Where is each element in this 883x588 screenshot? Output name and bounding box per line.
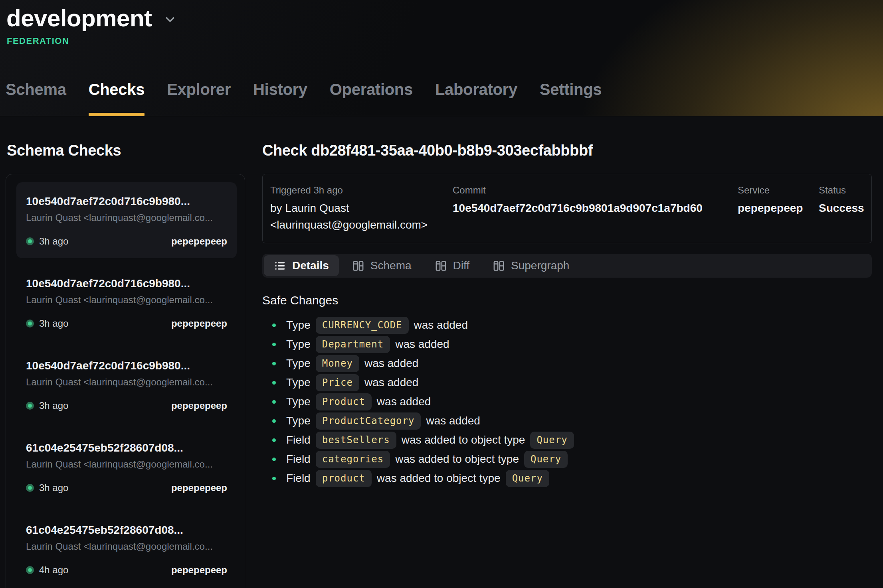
check-author: Laurin Quast <laurinquast@googlemail.co.… xyxy=(26,376,227,388)
columns-icon xyxy=(493,260,505,272)
success-dot-icon xyxy=(26,566,34,574)
detail-tab-label: Diff xyxy=(453,259,470,272)
schema-check-list-item[interactable]: 61c04e25475eb52f28607d08...Laurin Quast … xyxy=(16,429,237,505)
schema-check-list-item[interactable]: 61c04e25475eb52f28607d08...Laurin Quast … xyxy=(16,511,237,587)
check-time: 3h ago xyxy=(39,318,68,329)
nav-tab-settings[interactable]: Settings xyxy=(540,81,602,116)
check-service: pepepepeep xyxy=(171,564,227,576)
success-dot-icon xyxy=(26,320,34,328)
change-row: TypePricewas added xyxy=(262,373,872,392)
change-kind: Type xyxy=(286,319,311,331)
meta-commit: Commit 10e540d7aef72c0d716c9b9801a9d907c… xyxy=(453,184,738,233)
page-header: development FEDERATION SchemaChecksExplo… xyxy=(0,0,883,116)
change-code-badge: Product xyxy=(316,393,372,410)
check-meta-box: Triggered 3h ago by Laurin Quast <laurin… xyxy=(262,174,872,243)
triggered-by-value: by Laurin Quast <laurinquast@googlemail.… xyxy=(270,200,446,233)
bullet-icon xyxy=(272,343,276,346)
detail-tab-supergraph[interactable]: Supergraph xyxy=(483,255,579,276)
check-detail-tabs: DetailsSchemaDiffSupergraph xyxy=(262,254,872,278)
change-row: TypeMoneywas added xyxy=(262,354,872,373)
main-nav: SchemaChecksExplorerHistoryOperationsLab… xyxy=(6,81,602,116)
detail-tab-schema[interactable]: Schema xyxy=(342,255,422,276)
nav-tab-history[interactable]: History xyxy=(253,81,307,116)
check-item-meta: 3h agopepepepeep xyxy=(26,236,227,247)
service-value: pepepepeep xyxy=(738,200,819,217)
check-id: 61c04e25475eb52f28607d08... xyxy=(26,523,227,537)
check-item-meta: 3h agopepepepeep xyxy=(26,318,227,329)
change-description: was added xyxy=(414,319,468,331)
project-switcher[interactable]: development xyxy=(6,5,177,32)
bullet-icon xyxy=(272,477,276,480)
change-description: was added to object type xyxy=(377,472,501,485)
meta-service: Service pepepepeep xyxy=(738,184,819,233)
bullet-icon xyxy=(272,458,276,461)
commit-label: Commit xyxy=(453,184,738,197)
change-kind: Type xyxy=(286,414,311,427)
change-row: TypeProductCategorywas added xyxy=(262,411,872,430)
change-description: was added xyxy=(426,414,480,427)
check-id: 10e540d7aef72c0d716c9b980... xyxy=(26,276,227,291)
changes-list: TypeCURRENCY_CODEwas addedTypeDepartment… xyxy=(262,316,872,488)
change-code-badge: CURRENCY_CODE xyxy=(316,317,409,334)
bullet-icon xyxy=(272,324,276,327)
change-row: FieldbestSellerswas added to object type… xyxy=(262,430,872,450)
service-label: Service xyxy=(738,184,819,197)
check-author: Laurin Quast <laurinquast@googlemail.co.… xyxy=(26,212,227,224)
change-row: TypeDepartmentwas added xyxy=(262,335,872,354)
check-item-meta: 3h agopepepepeep xyxy=(26,482,227,493)
check-item-meta: 4h agopepepepeep xyxy=(26,564,227,576)
success-dot-icon xyxy=(26,484,34,492)
nav-tab-operations[interactable]: Operations xyxy=(330,81,413,116)
change-description: was added to object type xyxy=(395,453,519,466)
nav-tab-laboratory[interactable]: Laboratory xyxy=(435,81,517,116)
change-description: was added xyxy=(377,395,431,408)
change-kind: Field xyxy=(286,434,311,446)
check-item-meta: 3h agopepepepeep xyxy=(26,400,227,411)
project-name: development xyxy=(6,5,152,32)
detail-tab-details[interactable]: Details xyxy=(264,255,339,276)
schema-check-list-item[interactable]: 10e540d7aef72c0d716c9b980...Laurin Quast… xyxy=(16,182,237,258)
bullet-icon xyxy=(272,438,276,442)
nav-tab-explorer[interactable]: Explorer xyxy=(167,81,231,116)
nav-tab-schema[interactable]: Schema xyxy=(6,81,66,116)
detail-tab-label: Details xyxy=(292,259,329,272)
schema-check-list-item[interactable]: 10e540d7aef72c0d716c9b980...Laurin Quast… xyxy=(16,347,237,422)
check-author: Laurin Quast <laurinquast@googlemail.co.… xyxy=(26,294,227,306)
schema-checks-list: 10e540d7aef72c0d716c9b980...Laurin Quast… xyxy=(6,174,245,588)
change-row: Fieldproductwas added to object typeQuer… xyxy=(262,469,872,488)
check-id: 61c04e25475eb52f28607d08... xyxy=(26,441,227,455)
changes-section-title: Safe Changes xyxy=(262,293,872,308)
chevron-down-icon xyxy=(163,13,177,26)
bullet-icon xyxy=(272,419,276,423)
change-code-badge: Price xyxy=(316,374,359,391)
sidebar-title: Schema Checks xyxy=(6,142,245,159)
change-row: TypeProductwas added xyxy=(262,392,872,411)
detail-tab-diff[interactable]: Diff xyxy=(425,255,480,276)
schema-check-list-item[interactable]: 10e540d7aef72c0d716c9b980...Laurin Quast… xyxy=(16,264,237,340)
sidebar: Schema Checks 10e540d7aef72c0d716c9b980.… xyxy=(6,142,245,588)
commit-value: 10e540d7aef72c0d716c9b9801a9d907c1a7bd60 xyxy=(453,200,738,217)
change-code-badge: Query xyxy=(524,451,568,468)
check-service: pepepepeep xyxy=(171,318,227,329)
change-description: was added to object type xyxy=(402,434,525,446)
meta-triggered: Triggered 3h ago by Laurin Quast <laurin… xyxy=(270,184,453,233)
project-type-badge: FEDERATION xyxy=(7,36,69,46)
check-id: 10e540d7aef72c0d716c9b980... xyxy=(26,359,227,373)
change-description: was added xyxy=(364,376,418,389)
status-value: Success xyxy=(819,200,864,217)
change-code-badge: Query xyxy=(530,432,574,449)
check-author: Laurin Quast <laurinquast@googlemail.co.… xyxy=(26,458,227,470)
success-dot-icon xyxy=(26,402,34,410)
change-code-badge: categories xyxy=(316,451,390,468)
check-time: 3h ago xyxy=(39,400,68,411)
change-kind: Field xyxy=(286,453,311,466)
detail-tab-label: Supergraph xyxy=(511,259,569,272)
nav-tab-checks[interactable]: Checks xyxy=(89,81,145,116)
check-time: 4h ago xyxy=(39,564,68,576)
status-label: Status xyxy=(819,184,864,197)
triggered-label: Triggered 3h ago xyxy=(270,184,453,197)
check-title: Check db28f481-35aa-40b0-b8b9-303ecfabbb… xyxy=(262,142,872,159)
columns-icon xyxy=(352,260,364,272)
change-code-badge: product xyxy=(316,470,372,487)
change-code-badge: Money xyxy=(316,355,359,372)
